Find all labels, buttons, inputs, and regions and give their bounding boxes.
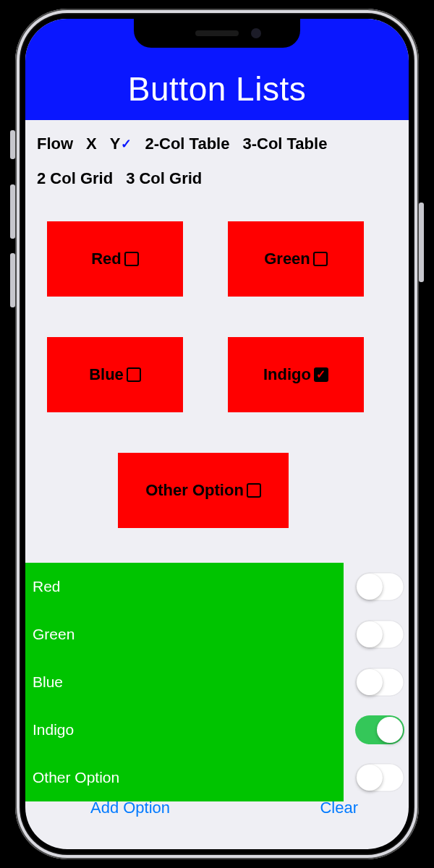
option-label: Other Option <box>145 481 244 500</box>
switch-other[interactable] <box>355 763 404 792</box>
switch-label: Indigo <box>33 721 74 739</box>
tab-label: 2 Col Grid <box>37 169 113 188</box>
tab-label: Flow <box>37 135 73 153</box>
tab-label: 3-Col Table <box>242 135 327 153</box>
switch-row-red: Red <box>25 563 344 610</box>
option-label: Indigo <box>263 365 311 384</box>
switch-panel: Red Green Blue <box>25 563 344 801</box>
mute-switch <box>10 130 15 159</box>
screen: Button Lists Flow X Y✓ 2-Col Table 3-Col… <box>25 19 409 849</box>
switch-label: Green <box>33 626 75 643</box>
switch-knob <box>357 765 383 791</box>
option-button-other[interactable]: Other Option <box>118 453 289 528</box>
switch-knob <box>357 669 383 695</box>
checkbox-icon <box>247 483 261 498</box>
option-button-green[interactable]: Green <box>228 221 364 297</box>
switch-label: Other Option <box>33 769 119 786</box>
notch <box>134 19 300 48</box>
option-label: Green <box>264 250 310 268</box>
power-button <box>419 203 424 282</box>
switch-knob <box>377 717 403 743</box>
option-button-indigo[interactable]: Indigo <box>228 337 364 412</box>
option-button-red[interactable]: Red <box>47 221 183 297</box>
tab-label: Y <box>110 135 121 153</box>
option-button-blue[interactable]: Blue <box>47 337 183 412</box>
phone-frame-inner: Button Lists Flow X Y✓ 2-Col Table 3-Col… <box>20 13 414 855</box>
switch-row-indigo: Indigo <box>25 706 344 754</box>
volume-up-button <box>10 184 15 239</box>
tab-3col-grid[interactable]: 3 Col Grid <box>122 165 210 200</box>
tab-label: X <box>86 135 97 153</box>
checkbox-checked-icon <box>314 367 328 382</box>
checkbox-icon <box>124 252 139 266</box>
switch-label: Blue <box>33 673 63 691</box>
switch-indigo[interactable] <box>355 715 404 744</box>
tab-3col-table[interactable]: 3-Col Table <box>238 130 336 165</box>
switch-row-green: Green <box>25 610 344 658</box>
switch-row-blue: Blue <box>25 658 344 706</box>
switch-red[interactable] <box>355 572 404 601</box>
volume-down-button <box>10 253 15 307</box>
bottom-toolbar: Add Option Clear <box>25 788 409 849</box>
option-button-grid: Red Green Blue Indigo Other Option <box>25 204 409 542</box>
switch-green[interactable] <box>355 620 404 649</box>
option-label: Red <box>91 250 122 268</box>
clear-button[interactable]: Clear <box>320 799 358 817</box>
page-title: Button Lists <box>128 69 306 109</box>
switch-label: Red <box>33 578 61 595</box>
tab-2col-grid[interactable]: 2 Col Grid <box>33 165 122 200</box>
add-option-button[interactable]: Add Option <box>90 799 170 817</box>
switch-blue[interactable] <box>355 668 404 697</box>
tab-y[interactable]: Y✓ <box>106 130 141 165</box>
checkbox-icon <box>127 367 141 382</box>
option-label: Blue <box>89 365 124 384</box>
checkbox-icon <box>313 252 328 266</box>
tab-label: 3 Col Grid <box>126 169 202 188</box>
phone-frame: Button Lists Flow X Y✓ 2-Col Table 3-Col… <box>15 9 419 859</box>
front-camera <box>251 28 261 38</box>
switch-knob <box>357 574 383 600</box>
tab-flow[interactable]: Flow <box>33 130 82 165</box>
switch-knob <box>357 621 383 647</box>
tab-x[interactable]: X <box>82 130 106 165</box>
checkmark-icon: ✓ <box>121 136 132 152</box>
speaker <box>195 30 239 36</box>
tab-label: 2-Col Table <box>145 135 229 153</box>
layout-tabs: Flow X Y✓ 2-Col Table 3-Col Table 2 Col … <box>25 120 409 204</box>
tab-2col-table[interactable]: 2-Col Table <box>140 130 238 165</box>
switch-section: Red Green Blue <box>25 563 409 801</box>
